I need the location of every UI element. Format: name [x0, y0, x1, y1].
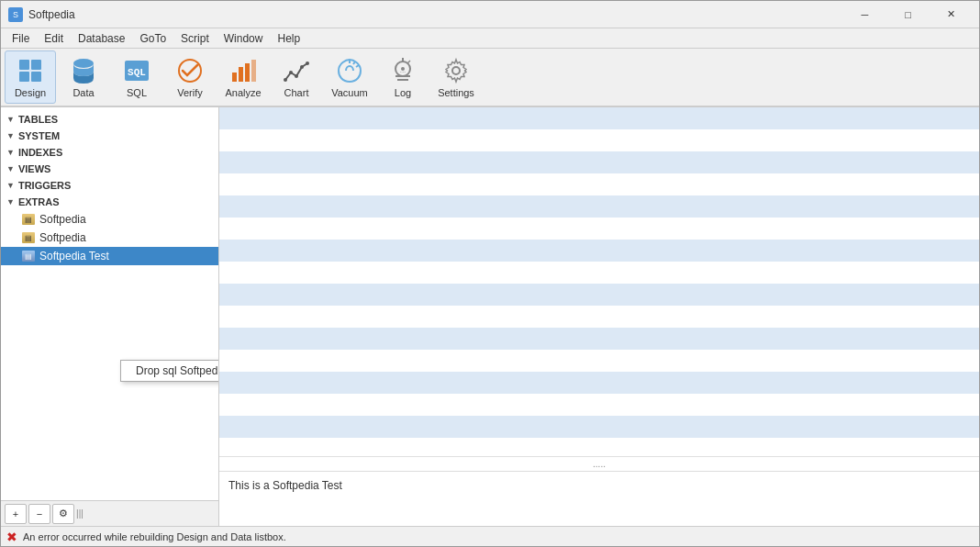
toolbar-data-button[interactable]: Data [58, 50, 109, 104]
toolbar-sql-button[interactable]: SQL SQL [111, 50, 162, 104]
log-label: Log [395, 87, 411, 98]
system-label: SYSTEM [18, 130, 60, 141]
tables-arrow-icon: ▼ [6, 115, 15, 124]
svg-text:...: ... [400, 66, 406, 74]
stripe-row [219, 284, 979, 306]
stripe-row [219, 173, 979, 195]
settings-icon [441, 56, 471, 85]
indexes-label: INDEXES [18, 147, 62, 158]
chart-label: Chart [284, 87, 309, 98]
design-label: Design [15, 87, 46, 98]
main-area: ▼ TABLES ▼ SYSTEM ▼ INDEXES ▼ VIEWS ▼ TR… [1, 107, 979, 526]
close-button[interactable]: ✕ [930, 1, 972, 28]
divider-dots: ..... [219, 456, 979, 471]
stripe-row [219, 262, 979, 284]
menu-script[interactable]: Script [173, 28, 217, 49]
error-icon: ✖ [6, 530, 17, 544]
window-title: Softpedia [28, 8, 75, 21]
stripe-row [219, 218, 979, 240]
minimize-button[interactable]: ─ [844, 1, 885, 28]
svg-point-16 [306, 61, 309, 65]
sidebar-bottom-bar: + − ⚙ ||| [1, 500, 218, 526]
title-bar-left: S Softpedia [8, 7, 75, 22]
sidebar-section-tables[interactable]: ▼ TABLES [1, 111, 218, 128]
sidebar-section-extras[interactable]: ▼ EXTRAS [1, 194, 218, 210]
softpedia2-label: Softpedia [39, 231, 86, 244]
settings-item-button[interactable]: ⚙ [52, 504, 74, 524]
stripe-row [219, 438, 979, 456]
context-menu-drop-sql[interactable]: Drop sql Softpedia Test [121, 361, 219, 381]
views-label: VIEWS [18, 163, 50, 174]
sidebar-section-views[interactable]: ▼ VIEWS [1, 161, 218, 177]
stripe-row [219, 328, 979, 350]
context-menu: Drop sql Softpedia Test [120, 360, 219, 382]
add-item-button[interactable]: + [5, 504, 27, 524]
views-arrow-icon: ▼ [6, 164, 15, 173]
title-bar-controls: ─ □ ✕ [844, 1, 972, 28]
verify-label: Verify [177, 87, 203, 98]
striped-rows [219, 107, 979, 456]
sidebar-section-triggers[interactable]: ▼ TRIGGERS [1, 177, 218, 194]
verify-icon [175, 56, 205, 85]
content-text-area: This is a Softpedia Test [219, 471, 979, 526]
toolbar-vacuum-button[interactable]: Vacuum [324, 50, 375, 104]
content-area: ..... This is a Softpedia Test [219, 107, 979, 526]
stripe-row [219, 416, 979, 438]
chart-icon [282, 56, 311, 85]
toolbar-verify-button[interactable]: Verify [164, 50, 216, 104]
menu-goto[interactable]: GoTo [132, 28, 173, 49]
tables-label: TABLES [18, 114, 58, 125]
design-icon [16, 56, 45, 85]
sidebar-item-softpedia-test[interactable]: ▤ Softpedia Test [1, 247, 218, 265]
svg-point-12 [284, 78, 287, 82]
toolbar: Design Data SQL SQL Verify [1, 49, 979, 107]
svg-rect-2 [19, 72, 29, 82]
toolbar-settings-button[interactable]: Settings [430, 50, 482, 104]
status-message: An error occurred while rebuilding Desig… [23, 531, 286, 542]
db-icon-2: ▤ [21, 231, 36, 244]
softpedia-test-label: Softpedia Test [39, 250, 109, 262]
sidebar-section-indexes[interactable]: ▼ INDEXES [1, 144, 218, 161]
menu-database[interactable]: Database [71, 28, 132, 49]
toolbar-log-button[interactable]: ... Log [377, 50, 429, 104]
sidebar-item-softpedia1[interactable]: ▤ Softpedia [1, 210, 218, 229]
toolbar-analyze-button[interactable]: Analyze [217, 50, 269, 104]
svg-point-15 [300, 65, 304, 69]
stripe-row [219, 129, 979, 151]
menu-window[interactable]: Window [217, 28, 271, 49]
vacuum-icon [335, 56, 364, 85]
app-icon: S [8, 7, 23, 22]
softpedia1-label: Softpedia [39, 213, 86, 226]
menu-help[interactable]: Help [270, 28, 307, 49]
svg-line-19 [356, 65, 359, 67]
bottom-text: This is a Softpedia Test [228, 479, 342, 492]
triggers-arrow-icon: ▼ [6, 181, 15, 190]
maximize-button[interactable]: □ [887, 1, 929, 28]
menu-bar: File Edit Database GoTo Script Window He… [1, 28, 979, 49]
sidebar-item-softpedia2[interactable]: ▤ Softpedia [1, 229, 218, 247]
triggers-label: TRIGGERS [18, 180, 71, 191]
remove-icon: − [37, 508, 42, 519]
analyze-icon [228, 56, 258, 85]
remove-item-button[interactable]: − [28, 504, 50, 524]
sidebar-resize-handle[interactable]: ||| [76, 504, 84, 524]
svg-rect-8 [232, 73, 237, 82]
drop-sql-label: Drop sql Softpedia Test [136, 364, 219, 377]
stripe-row [219, 394, 979, 416]
svg-point-14 [295, 74, 298, 78]
svg-point-27 [452, 67, 460, 74]
system-arrow-icon: ▼ [6, 131, 15, 140]
sql-label: SQL [127, 87, 147, 98]
toolbar-chart-button[interactable]: Chart [271, 50, 322, 104]
menu-file[interactable]: File [5, 28, 37, 49]
svg-rect-0 [19, 60, 29, 70]
db-icon-1: ▤ [21, 213, 36, 226]
svg-point-13 [289, 71, 293, 74]
settings-item-icon: ⚙ [59, 508, 68, 519]
dots-text: ..... [593, 459, 606, 469]
menu-edit[interactable]: Edit [37, 28, 71, 49]
toolbar-design-button[interactable]: Design [5, 50, 56, 104]
sidebar-section-system[interactable]: ▼ SYSTEM [1, 128, 218, 144]
svg-text:SQL: SQL [128, 67, 146, 78]
svg-rect-9 [239, 67, 243, 82]
